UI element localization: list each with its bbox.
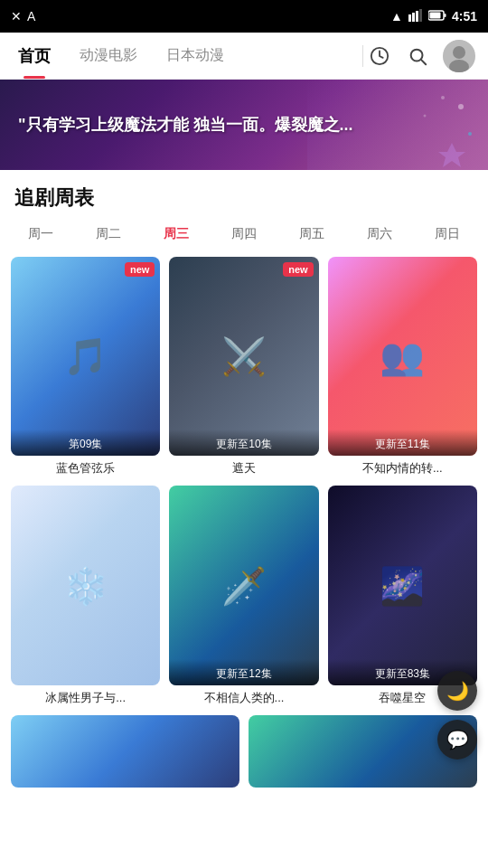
svg-rect-1 — [412, 13, 415, 22]
nav-tabs: 首页 动漫电影 日本动漫 — [4, 33, 359, 79]
font-icon: A — [27, 9, 35, 24]
avatar[interactable] — [443, 40, 475, 72]
chat-button[interactable]: 💬 — [437, 720, 477, 760]
night-mode-button[interactable]: 🌙 — [437, 671, 477, 711]
anime-grid: new 第09集 蓝色管弦乐 new 更新至10集 遮天 更新至11集 不知内情… — [0, 257, 488, 706]
svg-point-13 — [458, 104, 464, 109]
nav-divider — [362, 45, 363, 67]
more-card-1[interactable] — [11, 715, 239, 788]
svg-rect-2 — [416, 11, 418, 22]
svg-point-11 — [453, 46, 465, 59]
time-display: 4:51 — [452, 9, 477, 24]
day-tabs: 周一 周二 周三 周四 周五 周六 周日 — [0, 221, 488, 248]
nav-icons — [367, 40, 484, 72]
battery-icon — [428, 9, 446, 24]
anime-card-ice-man[interactable]: 冰属性男子与... — [11, 486, 160, 705]
banner-text: "只有学习上级魔法才能 独当一面。爆裂魔之... — [0, 95, 371, 156]
anime-thumb-no-trust: 更新至12集 — [169, 486, 318, 684]
search-icon[interactable] — [405, 43, 430, 69]
anime-name-ice-man: 冰属性男子与... — [11, 690, 160, 706]
wifi-icon: ▲ — [390, 9, 403, 24]
svg-rect-6 — [429, 13, 440, 19]
badge-new-hidden-sky: new — [283, 262, 313, 277]
anime-card-transfer-student[interactable]: 更新至11集 不知内情的转... — [328, 257, 477, 476]
anime-thumb-hidden-sky: new 更新至10集 — [169, 257, 318, 456]
anime-name-hidden-sky: 遮天 — [169, 460, 318, 476]
notification-icon: ✕ — [11, 9, 22, 24]
ep-label-no-trust: 更新至12集 — [169, 659, 318, 685]
svg-point-14 — [441, 96, 445, 99]
ep-label-blue-orchestra: 第09集 — [11, 429, 160, 456]
ep-label-hidden-sky: 更新至10集 — [169, 429, 318, 456]
banner[interactable]: "只有学习上级魔法才能 独当一面。爆裂魔之... — [0, 80, 488, 170]
svg-point-16 — [424, 115, 427, 118]
ep-label-transfer-student: 更新至11集 — [328, 429, 477, 456]
anime-thumb-devour-star: 更新至83集 — [328, 486, 477, 684]
nav-bar: 首页 动漫电影 日本动漫 — [0, 33, 488, 80]
history-icon[interactable] — [367, 43, 392, 69]
status-right-icons: ▲ 4:51 — [390, 9, 477, 24]
section-title: 追剧周表 — [0, 170, 488, 221]
day-tab-sat[interactable]: 周六 — [347, 221, 411, 248]
tab-home[interactable]: 首页 — [4, 33, 65, 79]
svg-line-9 — [421, 60, 426, 64]
svg-rect-0 — [408, 14, 411, 22]
anime-name-transfer-student: 不知内情的转... — [328, 460, 477, 476]
anime-name-blue-orchestra: 蓝色管弦乐 — [11, 460, 160, 476]
anime-thumb-ice-man — [11, 486, 160, 684]
more-thumb-1 — [11, 715, 239, 788]
more-row — [0, 706, 488, 788]
anime-name-no-trust: 不相信人类的... — [169, 690, 318, 706]
svg-rect-3 — [419, 9, 422, 22]
svg-rect-5 — [444, 14, 446, 17]
status-bar: ✕ A ▲ 4:51 — [0, 0, 488, 33]
day-tab-mon[interactable]: 周一 — [9, 221, 73, 248]
anime-card-hidden-sky[interactable]: new 更新至10集 遮天 — [169, 257, 318, 476]
anime-thumb-transfer-student: 更新至11集 — [328, 257, 477, 456]
float-buttons: 🌙 💬 — [437, 671, 477, 760]
day-tab-thu[interactable]: 周四 — [212, 221, 277, 248]
status-left-icons: ✕ A — [11, 9, 35, 24]
badge-new-blue-orchestra: new — [125, 262, 155, 277]
tab-japan[interactable]: 日本动漫 — [152, 33, 239, 79]
anime-card-blue-orchestra[interactable]: new 第09集 蓝色管弦乐 — [11, 257, 160, 476]
anime-thumb-blue-orchestra: new 第09集 — [11, 257, 160, 456]
anime-card-no-trust[interactable]: 更新至12集 不相信人类的... — [169, 486, 318, 705]
day-tab-wed[interactable]: 周三 — [145, 221, 209, 248]
svg-marker-17 — [438, 143, 465, 167]
svg-point-15 — [468, 132, 472, 136]
day-tab-tue[interactable]: 周二 — [77, 221, 141, 248]
tab-movies[interactable]: 动漫电影 — [65, 33, 152, 79]
signal-icon — [408, 9, 423, 24]
day-tab-sun[interactable]: 周日 — [415, 221, 479, 248]
day-tab-fri[interactable]: 周五 — [279, 221, 343, 248]
